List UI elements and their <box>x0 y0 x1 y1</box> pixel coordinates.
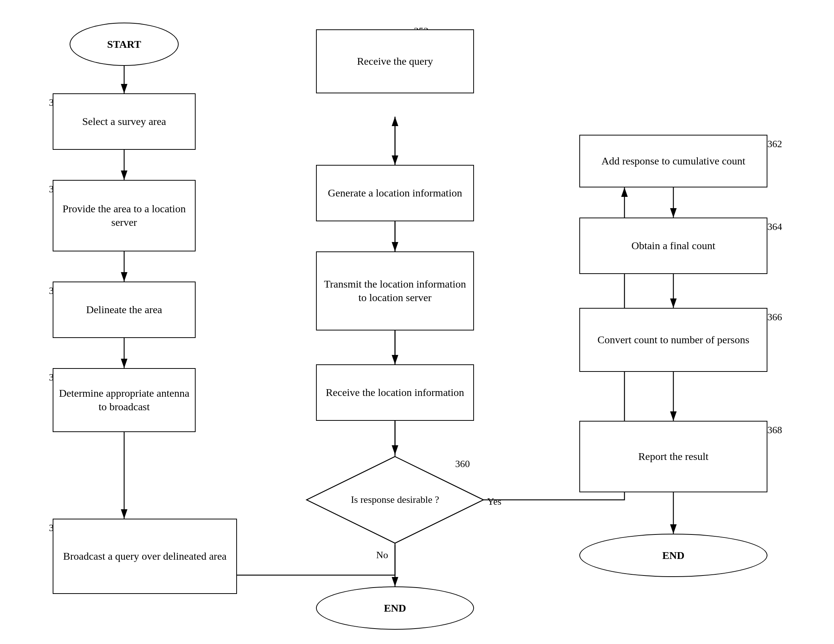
box-346-text: Delineate the area <box>86 303 162 317</box>
yes-label: Yes <box>487 496 501 507</box>
box-convert-count: Convert count to number of persons <box>579 308 768 372</box>
box-364-text: Obtain a final count <box>631 239 715 252</box>
box-348-text: Determine appropriate antenna to broadca… <box>57 387 191 414</box>
end-oval-right: END <box>579 534 768 577</box>
end2-label: END <box>662 550 684 561</box>
box-358-text: Receive the location information <box>326 386 464 399</box>
box-342-text: Select a survey area <box>82 115 166 128</box>
box-receive-query: Receive the query <box>316 29 474 93</box>
start-label: START <box>107 39 141 50</box>
box-366-text: Convert count to number of persons <box>597 333 749 347</box>
box-356-text: Transmit the location information to loc… <box>320 277 469 305</box>
box-transmit-location: Transmit the location information to loc… <box>316 251 474 330</box>
label-362: 362 <box>768 139 782 150</box>
flowchart-diagram: START 342 Select a survey area 344 Provi… <box>0 0 834 644</box>
no-label: No <box>376 550 388 561</box>
diamond-response-desirable: Is response desirable ? <box>305 455 485 545</box>
box-350-text: Broadcast a query over delineated area <box>63 550 227 563</box>
box-362-text: Add response to cumulative count <box>601 154 745 168</box>
label-364: 364 <box>768 221 782 233</box>
box-delineate-area: Delineate the area <box>53 282 196 338</box>
box-receive-location: Receive the location information <box>316 364 474 421</box>
box-354-text: Generate a location information <box>328 186 462 200</box>
label-368: 368 <box>768 425 782 436</box>
box-report-result: Report the result <box>579 421 768 492</box>
end1-label: END <box>384 602 406 614</box>
box-352-text: Receive the query <box>357 55 433 68</box>
label-366: 366 <box>768 312 782 323</box>
box-broadcast-query: Broadcast a query over delineated area <box>53 519 237 594</box>
box-select-survey-area: Select a survey area <box>53 93 196 150</box>
box-provide-area: Provide the area to a location server <box>53 180 196 251</box>
box-344-text: Provide the area to a location server <box>57 202 191 230</box>
box-determine-antenna: Determine appropriate antenna to broadca… <box>53 368 196 432</box>
box-obtain-count: Obtain a final count <box>579 218 768 274</box>
start-oval: START <box>70 23 179 66</box>
box-generate-location: Generate a location information <box>316 165 474 221</box>
end-oval-middle: END <box>316 586 474 630</box>
diamond-text: Is response desirable ? <box>305 455 485 545</box>
box-368-text: Report the result <box>638 450 709 463</box>
box-add-response: Add response to cumulative count <box>579 135 768 188</box>
